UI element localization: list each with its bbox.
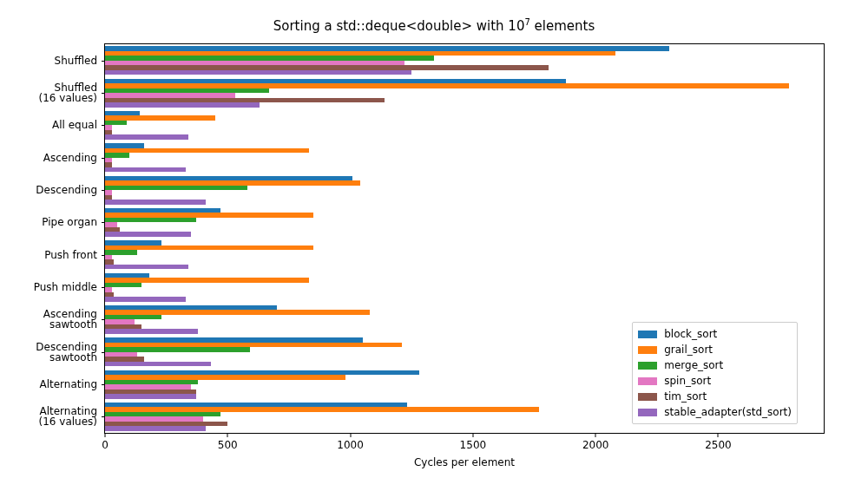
x-tick-label: 1500 [460, 439, 487, 451]
y-tick-mark [102, 255, 105, 256]
legend-label: tim_sort [664, 390, 707, 403]
legend: block_sortgrail_sortmerge_sortspin_sortt… [632, 322, 798, 424]
y-tick-mark [102, 158, 105, 159]
x-tick-mark [350, 434, 351, 437]
legend-swatch [638, 362, 657, 370]
legend-label: merge_sort [664, 359, 723, 371]
y-tick-mark [102, 384, 105, 385]
x-tick-mark [105, 434, 106, 437]
bar [105, 186, 247, 191]
x-tick-label: 1000 [337, 439, 364, 451]
bar [105, 200, 206, 205]
legend-label: block_sort [664, 328, 717, 340]
y-tick-label: Alternating (16 values) [39, 406, 97, 427]
bar [105, 167, 186, 173]
bar [105, 134, 188, 140]
y-tick-mark [102, 319, 105, 320]
x-axis-label: Cycles per element [104, 456, 825, 468]
bar [105, 232, 191, 237]
y-tick-label: Ascending sawtooth [43, 309, 97, 330]
y-tick-mark [102, 287, 105, 288]
legend-swatch [638, 346, 657, 354]
legend-swatch [638, 377, 657, 385]
bar [105, 426, 206, 431]
y-tick-mark [102, 190, 105, 191]
legend-label: stable_adapter(std_sort) [664, 406, 792, 418]
y-tick-mark [102, 93, 105, 94]
x-tick-label: 2500 [705, 439, 732, 451]
y-tick-label: Pipe organ [42, 217, 97, 227]
legend-item: tim_sort [638, 389, 792, 404]
y-tick-mark [102, 352, 105, 353]
y-tick-label: Descending sawtooth [36, 342, 97, 363]
figure: Sorting a std::deque<double> with 107 el… [0, 0, 868, 491]
legend-label: spin_sort [664, 375, 711, 387]
bar [105, 265, 188, 270]
bar [105, 148, 309, 154]
chart-title: Sorting a std::deque<double> with 107 el… [0, 17, 868, 34]
bar [105, 329, 198, 334]
legend-label: grail_sort [664, 344, 713, 356]
x-tick-label: 2000 [582, 439, 609, 451]
x-tick-mark [595, 434, 596, 437]
bar [105, 394, 196, 399]
bar [105, 218, 196, 223]
y-tick-label: Ascending [43, 153, 97, 163]
legend-item: stable_adapter(std_sort) [638, 404, 792, 420]
legend-item: spin_sort [638, 373, 792, 389]
chart-title-text: Sorting a std::deque<double> with 107 el… [273, 18, 595, 34]
bar [105, 70, 411, 75]
y-tick-label: Descending [36, 185, 97, 195]
y-tick-mark [102, 416, 105, 417]
y-tick-label: Shuffled (16 values) [39, 82, 97, 103]
legend-swatch [638, 409, 657, 416]
y-tick-label: Shuffled [55, 56, 97, 66]
plot-area: block_sortgrail_sortmerge_sortspin_sortt… [104, 43, 825, 434]
y-tick-label: Alternating [39, 379, 97, 390]
x-tick-mark [718, 434, 719, 437]
y-tick-mark [102, 125, 105, 126]
y-tick-label: Push middle [34, 282, 97, 292]
x-tick-label: 0 [102, 439, 108, 451]
legend-item: block_sort [638, 326, 792, 342]
y-tick-label: All equal [52, 120, 97, 130]
bar [105, 102, 260, 108]
bar [105, 297, 186, 302]
y-tick-label: Push front [44, 250, 97, 260]
x-tick-mark [472, 434, 473, 437]
bar [105, 362, 211, 367]
y-axis-labels: ShuffledShuffled (16 values)All equalAsc… [0, 43, 97, 434]
y-tick-mark [102, 222, 105, 223]
y-tick-mark [102, 61, 105, 62]
x-tick-label: 500 [218, 439, 238, 451]
legend-item: merge_sort [638, 357, 792, 373]
legend-swatch [638, 331, 657, 338]
legend-item: grail_sort [638, 342, 792, 357]
x-tick-mark [227, 434, 228, 437]
legend-swatch [638, 393, 657, 401]
